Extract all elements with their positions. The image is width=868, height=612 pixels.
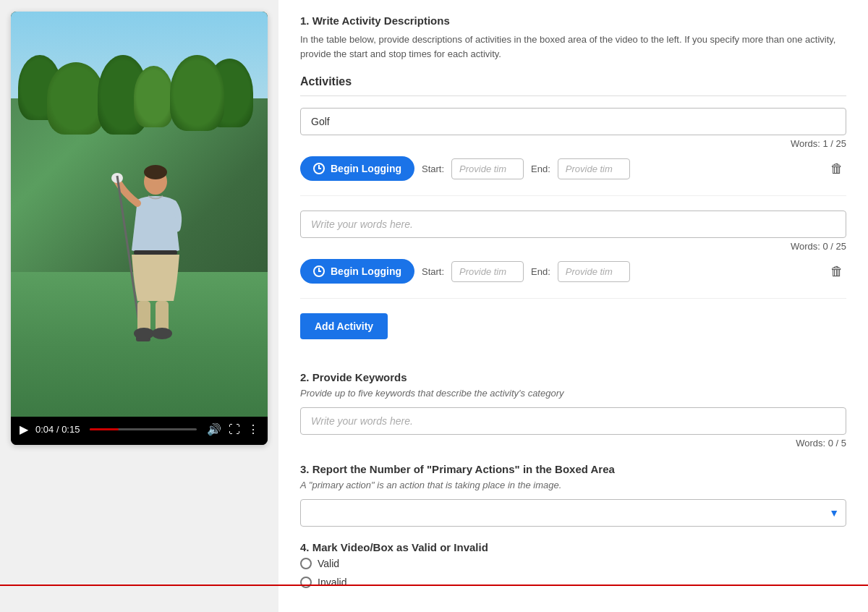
fullscreen-button[interactable]: ⛶ — [229, 423, 240, 436]
clock-icon-2 — [313, 265, 325, 277]
activity-item-1: Words: 1 / 25 Begin Logging Start: End: … — [300, 108, 846, 196]
svg-rect-5 — [134, 250, 177, 255]
section-4-title: 4. Mark Video/Box as Valid or Invalid — [300, 541, 846, 553]
activity-2-input[interactable] — [300, 211, 846, 238]
left-panel: ▶ 0:04 / 0:15 🔊 ⛶ ⋮ — [0, 0, 278, 612]
trees-background — [11, 55, 268, 142]
delete-btn-2[interactable]: 🗑 — [827, 261, 846, 282]
section-3-title: 3. Report the Number of "Primary Actions… — [300, 463, 846, 475]
valid-invalid-group: Valid Invalid — [300, 558, 846, 588]
section-4: 4. Mark Video/Box as Valid or Invalid Va… — [300, 541, 846, 588]
section-3-description: A "primary action" is an action that is … — [300, 480, 846, 490]
delete-btn-1[interactable]: 🗑 — [827, 158, 846, 179]
section-2-title: 2. Provide Keywords — [300, 371, 846, 383]
clock-icon-1 — [313, 163, 325, 174]
end-label-2: End: — [531, 266, 550, 277]
video-frame — [11, 12, 268, 417]
volume-button[interactable]: 🔊 — [207, 422, 221, 436]
section-1-description: In the table below, provide descriptions… — [300, 33, 846, 61]
golfer-figure — [101, 156, 203, 359]
video-controls: ▶ 0:04 / 0:15 🔊 ⛶ ⋮ — [11, 417, 268, 442]
video-bottom-bar — [11, 442, 268, 445]
progress-bar[interactable] — [90, 428, 197, 430]
invalid-radio[interactable] — [300, 577, 312, 588]
activity-item-2: Words: 0 / 25 Begin Logging Start: End: … — [300, 211, 846, 299]
begin-logging-btn-1[interactable]: Begin Logging — [300, 156, 414, 181]
section-1-title: 1. Write Activity Descriptions — [300, 14, 846, 27]
valid-radio[interactable] — [300, 558, 312, 569]
start-label-2: Start: — [422, 266, 444, 277]
end-time-2[interactable] — [558, 261, 630, 282]
keywords-word-count: Words: 0 / 5 — [300, 438, 846, 449]
primary-actions-select-container: 1 2 3 4 5 ▼ — [300, 499, 846, 527]
activities-header: Activities — [300, 75, 846, 96]
more-options-button[interactable]: ⋮ — [247, 422, 259, 436]
progress-fill — [90, 428, 118, 430]
section-1: 1. Write Activity Descriptions In the ta… — [300, 14, 846, 357]
keywords-input[interactable] — [300, 407, 846, 435]
start-time-2[interactable] — [451, 261, 524, 282]
end-time-1[interactable] — [558, 158, 630, 179]
begin-logging-label-2: Begin Logging — [331, 265, 401, 277]
begin-logging-label-1: Begin Logging — [331, 163, 401, 174]
invalid-label: Invalid — [318, 577, 346, 588]
activity-1-word-count: Words: 1 / 25 — [300, 138, 846, 149]
time-display: 0:04 / 0:15 — [35, 424, 80, 435]
svg-point-8 — [134, 328, 154, 339]
svg-point-1 — [144, 165, 167, 179]
valid-label: Valid — [318, 558, 339, 569]
end-label-1: End: — [531, 163, 550, 174]
add-activity-button[interactable]: Add Activity — [300, 313, 388, 339]
section-2: 2. Provide Keywords Provide up to five k… — [300, 371, 846, 449]
right-panel: 1. Write Activity Descriptions In the ta… — [278, 0, 868, 612]
begin-logging-btn-2[interactable]: Begin Logging — [300, 259, 414, 284]
activity-2-word-count: Words: 0 / 25 — [300, 241, 846, 252]
invalid-option[interactable]: Invalid — [300, 577, 846, 588]
play-button[interactable]: ▶ — [20, 422, 28, 436]
section-2-description: Provide up to five keywords that describ… — [300, 388, 846, 399]
video-container: ▶ 0:04 / 0:15 🔊 ⛶ ⋮ — [11, 12, 268, 445]
start-time-1[interactable] — [451, 158, 524, 179]
section-3: 3. Report the Number of "Primary Actions… — [300, 463, 846, 527]
valid-option[interactable]: Valid — [300, 558, 846, 569]
svg-point-9 — [152, 328, 172, 339]
activity-1-input[interactable] — [300, 108, 846, 135]
primary-actions-select[interactable]: 1 2 3 4 5 — [300, 499, 846, 527]
start-label-1: Start: — [422, 163, 444, 174]
